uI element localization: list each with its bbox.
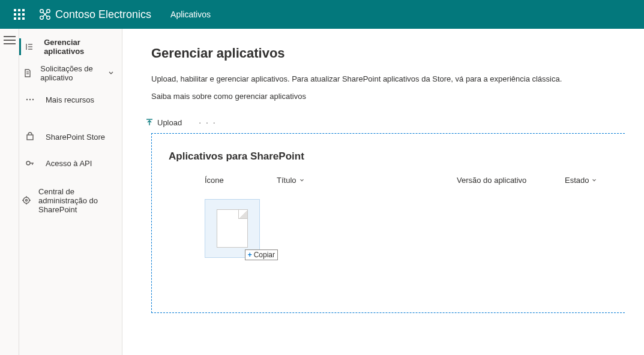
svg-point-13 [29, 99, 31, 100]
copy-label: Copiar [254, 251, 275, 259]
brand-name: Contoso Electronics [55, 8, 151, 21]
column-header-title[interactable]: Título [277, 176, 457, 185]
sidebar-item-label: Gerenciar aplicativos [44, 38, 115, 56]
page-title: Gerenciar aplicativos [151, 46, 625, 61]
chevron-down-icon [299, 176, 305, 185]
brand[interactable]: Contoso Electronics [34, 8, 156, 21]
admin-icon [22, 195, 31, 205]
sidebar-item-label: Central de administração do SharePoint [38, 187, 115, 214]
sidebar-item-label: Solicitações de aplicativo [40, 64, 100, 82]
header-section-label: Aplicativos [170, 10, 211, 19]
command-bar: Upload · · · [142, 115, 625, 133]
store-icon [22, 132, 38, 142]
list-icon [22, 42, 37, 52]
sidebar-item-label: SharePoint Store [46, 133, 105, 142]
svg-point-20 [26, 200, 28, 201]
sidebar-item-label: Mais recursos [46, 95, 94, 104]
learn-more-link[interactable]: Saiba mais sobre como gerenciar aplicati… [151, 92, 625, 101]
svg-point-19 [23, 197, 29, 203]
more-icon [22, 95, 38, 104]
section-title: Aplicativos para SharePoint [169, 151, 625, 163]
chevron-down-icon [107, 69, 115, 78]
file-drop-preview[interactable]: + Copiar [205, 199, 260, 258]
column-header-version[interactable]: Versão do aplicativo [457, 176, 565, 185]
waffle-icon [14, 9, 25, 20]
svg-point-12 [26, 99, 28, 100]
column-header-icon[interactable]: Ícone [205, 176, 277, 185]
document-icon [22, 68, 33, 78]
sidebar-item-app-requests[interactable]: Solicitações de aplicativo [19, 60, 122, 86]
sidebar-item-label: Acesso à API [46, 159, 92, 168]
app-header: Contoso Electronics Aplicativos [0, 0, 644, 29]
brand-logo-icon [38, 8, 52, 21]
sidebar-item-manage-apps[interactable]: Gerenciar aplicativos [19, 34, 122, 60]
collapse-rail [0, 29, 19, 355]
upload-button[interactable]: Upload [142, 116, 185, 130]
sidebar-item-admin-center[interactable]: Central de administração do SharePoint [19, 187, 122, 213]
hamburger-button[interactable] [4, 36, 16, 44]
app-launcher-button[interactable] [5, 0, 34, 29]
more-commands-button[interactable]: · · · [196, 115, 218, 130]
upload-icon [145, 118, 154, 127]
table-header: Ícone Título Versão do aplicativo Estado [169, 176, 625, 185]
sidebar-item-sharepoint-store[interactable]: SharePoint Store [19, 124, 122, 150]
column-header-state[interactable]: Estado [565, 176, 625, 185]
upload-label: Upload [157, 118, 182, 127]
sidebar-item-api-access[interactable]: Acesso à API [19, 150, 122, 176]
sidebar-item-more-resources[interactable]: Mais recursos [19, 86, 122, 113]
chevron-down-icon [591, 176, 597, 185]
page-description: Upload, habilitar e gerenciar aplicativo… [151, 74, 625, 83]
svg-point-16 [26, 161, 30, 165]
svg-point-14 [32, 99, 34, 100]
main-content: Gerenciar aplicativos Upload, habilitar … [122, 29, 644, 355]
drop-zone[interactable]: Aplicativos para SharePoint Ícone Título… [151, 133, 625, 313]
key-icon [22, 158, 38, 168]
copy-badge: + Copiar [245, 249, 278, 260]
svg-rect-15 [27, 135, 33, 140]
document-icon [217, 209, 248, 248]
sidebar: Gerenciar aplicativos Solicitações de ap… [19, 29, 122, 355]
plus-icon: + [248, 251, 252, 259]
